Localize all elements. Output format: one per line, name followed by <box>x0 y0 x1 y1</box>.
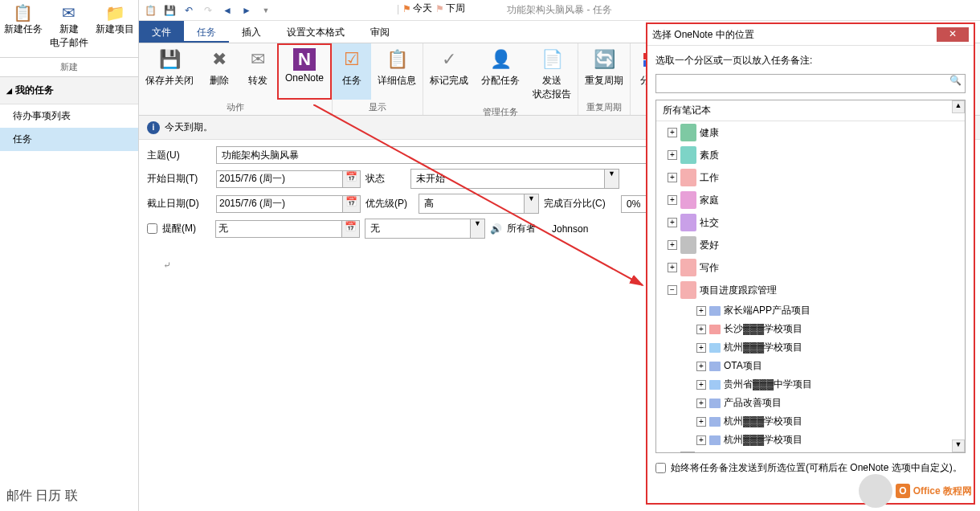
qat-customize-icon[interactable]: ▼ <box>259 4 272 17</box>
calendar-icon[interactable]: 📅 <box>343 170 361 188</box>
notebook-item[interactable]: + 社交 <box>656 211 965 234</box>
section-item[interactable]: + 产品改善项目 <box>656 394 965 412</box>
always-send-checkbox[interactable] <box>655 463 666 473</box>
notebook-label: 项目进度跟踪管理 <box>700 284 777 297</box>
section-item[interactable]: + 家长端APP产品项目 <box>656 301 965 320</box>
status-select[interactable]: 未开始 ▼ <box>410 169 619 189</box>
section-label: 杭州▓▓▓学校项目 <box>724 415 802 428</box>
tree-toggle-icon[interactable]: + <box>696 417 706 427</box>
search-input[interactable] <box>656 75 945 92</box>
notebook-item[interactable]: + 健康 <box>656 121 965 144</box>
notebook-item[interactable]: + 家庭 <box>656 189 965 211</box>
tree-toggle-icon[interactable]: + <box>696 325 706 334</box>
reminder-date-field[interactable]: 📅 <box>215 220 360 238</box>
flag-today[interactable]: ⚑今天 <box>402 2 432 15</box>
mark-complete-button[interactable]: ✓ 标记完成 <box>423 43 475 104</box>
close-button[interactable]: ✕ <box>937 27 969 42</box>
tab-format[interactable]: 设置文本格式 <box>274 21 357 43</box>
start-date-field[interactable]: 📅 <box>216 170 361 188</box>
qat-save-icon[interactable]: 💾 <box>163 4 176 17</box>
main-ribbon-new-group: 📋 新建任务 ✉ 新建 电子邮件 📁 新建项目 <box>0 0 138 58</box>
tab-review[interactable]: 审阅 <box>357 21 402 43</box>
section-icon <box>709 343 721 353</box>
section-item[interactable]: + 杭州▓▓▓学校项目 <box>656 431 965 449</box>
calendar-icon[interactable]: 📅 <box>343 195 361 213</box>
save-close-button[interactable]: 💾 保存并关闭 <box>139 43 200 100</box>
my-tasks-header[interactable]: ◢ 我的任务 <box>0 77 138 104</box>
section-label: 长沙▓▓▓学校项目 <box>724 322 802 336</box>
quick-notes-item[interactable]: + 📄 快速笔记 <box>656 449 965 453</box>
tree-toggle-icon[interactable]: + <box>668 173 677 182</box>
tab-task[interactable]: 任务 <box>184 21 229 43</box>
recurrence-button[interactable]: 🔄 重复周期 <box>578 43 630 100</box>
tree-toggle-icon[interactable]: + <box>668 150 677 160</box>
tree-toggle-icon[interactable]: + <box>668 128 677 137</box>
notebook-icon <box>680 281 696 299</box>
section-item[interactable]: + 长沙▓▓▓学校项目 <box>656 320 965 338</box>
tree-toggle-icon[interactable]: + <box>668 240 677 250</box>
assign-task-button[interactable]: 👤 分配任务 <box>475 43 526 104</box>
due-date-field[interactable]: 📅 <box>216 195 361 213</box>
scroll-up-button[interactable]: ▲ <box>952 100 965 113</box>
qat-next-icon[interactable]: ► <box>240 4 253 17</box>
flag-next-week[interactable]: ⚑下周 <box>435 2 465 15</box>
qat-undo-icon[interactable]: ↶ <box>182 4 195 17</box>
tree-toggle-icon[interactable]: + <box>696 362 706 371</box>
forward-button[interactable]: ✉ 转发 <box>239 43 277 100</box>
section-item[interactable]: + OTA项目 <box>656 357 965 375</box>
section-label: 产品改善项目 <box>724 396 782 410</box>
chevron-down-icon[interactable]: ▼ <box>471 219 485 239</box>
new-email-button[interactable]: ✉ 新建 电子邮件 <box>46 0 92 57</box>
notebook-item[interactable]: + 素质 <box>656 144 965 166</box>
priority-select[interactable]: 高 ▼ <box>419 194 539 214</box>
dialog-title: 选择 OneNote 中的位置 <box>652 28 937 42</box>
notebook-label: 家庭 <box>700 194 719 207</box>
onenote-icon: N <box>293 48 316 71</box>
new-items-label: 新建项目 <box>96 22 134 36</box>
notebook-item[interactable]: + 写作 <box>656 256 965 279</box>
send-status-button[interactable]: 📄 发送 状态报告 <box>526 43 578 104</box>
notebook-item[interactable]: − 项目进度跟踪管理 <box>656 279 965 301</box>
tree-toggle-icon[interactable]: + <box>668 218 677 227</box>
notebook-label: 素质 <box>700 149 719 162</box>
task-window-title: 功能架构头脑风暴 - 任务 <box>507 3 612 17</box>
scroll-down-button[interactable]: ▼ <box>952 439 965 452</box>
tree-toggle-icon[interactable]: + <box>668 195 677 205</box>
delete-button[interactable]: ✖ 删除 <box>200 43 239 100</box>
notebook-item[interactable]: + 爱好 <box>656 234 965 256</box>
sound-icon[interactable]: 🔊 <box>490 223 502 235</box>
section-label: 杭州▓▓▓学校项目 <box>724 433 802 447</box>
calendar-icon[interactable]: 📅 <box>342 220 360 238</box>
tree-toggle-icon[interactable]: + <box>696 343 706 353</box>
tree-toggle-icon[interactable]: + <box>696 435 706 445</box>
tab-insert[interactable]: 插入 <box>229 21 274 43</box>
tree-toggle-icon[interactable]: + <box>696 306 706 316</box>
section-item[interactable]: + 贵州省▓▓▓中学项目 <box>656 375 965 394</box>
notebook-item[interactable]: + 工作 <box>656 166 965 189</box>
chevron-down-icon[interactable]: ▼ <box>605 169 619 189</box>
reminder-checkbox[interactable] <box>147 223 157 234</box>
chevron-down-icon[interactable]: ▼ <box>525 194 539 214</box>
qat-prev-icon[interactable]: ◄ <box>221 4 234 17</box>
section-icon <box>709 435 721 445</box>
section-item[interactable]: + 杭州▓▓▓学校项目 <box>656 412 965 431</box>
search-icon[interactable]: 🔍 <box>945 75 965 92</box>
qat-redo-icon[interactable]: ↷ <box>202 4 214 17</box>
section-item[interactable]: + 杭州▓▓▓学校项目 <box>656 338 965 357</box>
dialog-instruction: 选取一个分区或一页以放入任务备注: <box>655 54 966 67</box>
nav-footer-tabs[interactable]: 邮件 日历 联 <box>0 481 139 511</box>
nav-tasks[interactable]: 任务 <box>0 128 138 151</box>
tree-toggle-icon[interactable]: − <box>668 285 677 295</box>
new-task-button[interactable]: 📋 新建任务 <box>0 0 46 57</box>
nav-todo-list[interactable]: 待办事项列表 <box>0 104 138 128</box>
details-button[interactable]: 📋 详细信息 <box>371 43 423 100</box>
new-items-button[interactable]: 📁 新建项目 <box>92 0 138 57</box>
tree-toggle-icon[interactable]: + <box>668 263 677 272</box>
tree-toggle-icon[interactable]: + <box>696 380 706 390</box>
tab-file[interactable]: 文件 <box>139 21 184 43</box>
reminder-time-field[interactable]: 无 ▼ <box>365 219 485 239</box>
new-email-label: 新建 电子邮件 <box>50 22 88 50</box>
task-view-button[interactable]: ☑ 任务 <box>333 43 371 100</box>
onenote-button[interactable]: N OneNote <box>277 43 332 100</box>
tree-toggle-icon[interactable]: + <box>696 399 706 408</box>
